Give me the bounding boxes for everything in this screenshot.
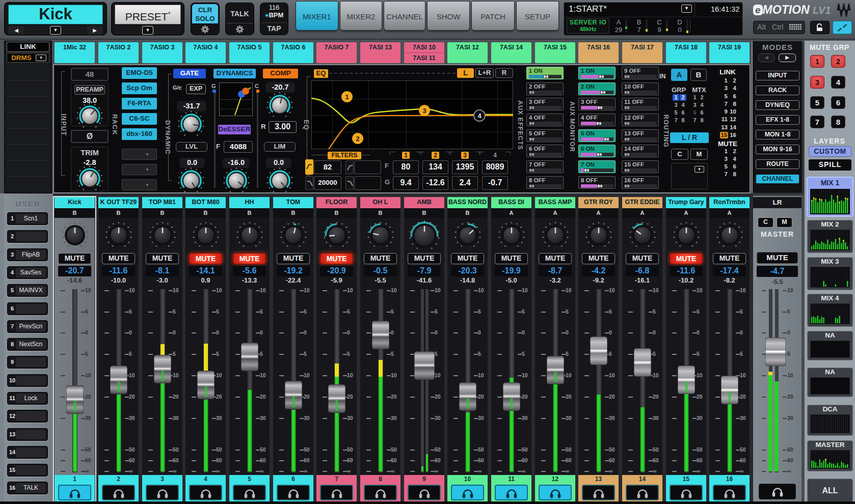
svg-text:4: 4 bbox=[477, 112, 482, 120]
svg-text:2: 2 bbox=[356, 135, 359, 143]
svg-text:1: 1 bbox=[345, 93, 349, 101]
svg-text:3: 3 bbox=[422, 107, 426, 115]
